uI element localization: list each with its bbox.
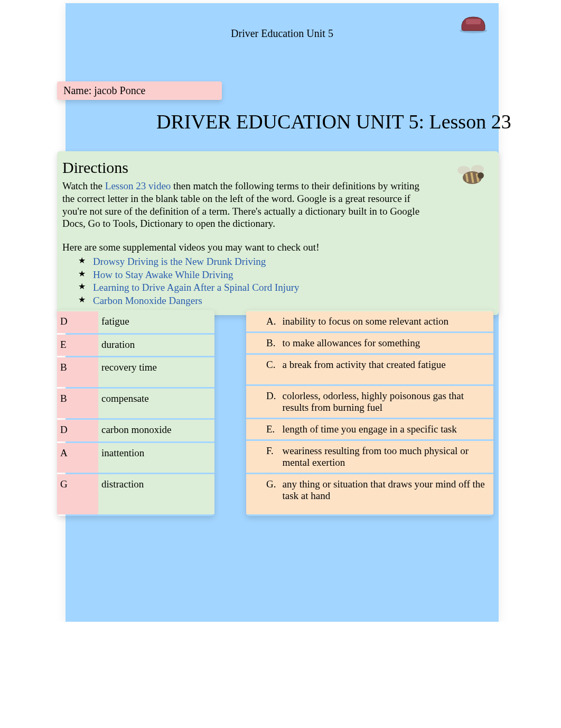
table-row: D. colorless, odorless, highly poisonous… [246,386,493,418]
term-cell: duration [98,335,214,356]
def-text: to make allowances for something [279,333,493,353]
table-row: E. length of time you engage in a specif… [246,419,493,439]
supplemental-intro: Here are some supplemental videos you ma… [62,242,493,253]
table-row: G. any thing or situation that draws you… [246,474,493,514]
svg-rect-1 [466,19,481,24]
def-pad [246,311,263,331]
svg-point-8 [478,172,484,179]
bee-icon [453,160,492,188]
supplemental-links: Drowsy Driving is the New Drunk Driving … [62,255,493,308]
def-letter: B. [263,333,279,353]
table-row: D carbon monoxide [57,420,214,441]
document-background: Driver Education Unit 5 Name: jacob Ponc… [66,3,499,622]
answer-cell[interactable]: E [57,335,98,356]
table-row: B compensate [57,389,214,418]
definitions-table: A. inability to focus on some relevant a… [246,310,493,516]
lesson-title: DRIVER EDUCATION UNIT 5: Lesson 23 [156,110,511,133]
def-letter: E. [263,419,279,439]
table-row: B. to make allowances for something [246,333,493,353]
car-icon [456,10,490,35]
term-cell: carbon monoxide [98,420,214,441]
lesson-video-link[interactable]: Lesson 23 video [105,180,171,191]
supp-link-1[interactable]: How to Stay Awake While Driving [93,269,233,280]
terms-table: D fatigue E duration B recovery time B c… [57,310,214,516]
def-text: colorless, odorless, highly poisonous ga… [279,386,493,418]
table-row: B recovery time [57,357,214,387]
table-row: C. a break from activity that created fa… [246,355,493,384]
table-row: E duration [57,335,214,356]
def-letter: G. [263,474,279,514]
table-row: A. inability to focus on some relevant a… [246,311,493,331]
def-letter: A. [263,311,279,331]
def-text: a break from activity that created fatig… [279,355,493,384]
list-item: How to Stay Awake While Driving [78,269,493,282]
def-letter: F. [263,441,279,473]
table-row: G distraction [57,474,214,514]
supp-link-3[interactable]: Carbon Monoxide Dangers [93,295,202,306]
matching-tables: D fatigue E duration B recovery time B c… [57,310,499,516]
def-text: inability to focus on some relevant acti… [279,311,493,331]
def-letter: D. [263,386,279,418]
answer-cell[interactable]: D [57,311,98,333]
def-text: any thing or situation that draws your m… [279,474,493,514]
name-field: Name: jacob Ponce [57,81,222,100]
def-letter: C. [263,355,279,384]
term-cell: fatigue [98,311,214,333]
list-item: Drowsy Driving is the New Drunk Driving [78,255,493,269]
table-row: F. weariness resulting from too much phy… [246,441,493,473]
directions-pre: Watch the [62,180,105,191]
answer-cell[interactable]: B [57,357,98,387]
page-header-title: Driver Education Unit 5 [66,3,499,40]
answer-cell[interactable]: B [57,389,98,418]
supp-link-0[interactable]: Drowsy Driving is the New Drunk Driving [93,256,266,267]
directions-panel: Directions Watch the Lesson 23 video the… [57,151,499,315]
directions-body: Watch the Lesson 23 video then match the… [62,180,422,230]
table-row: D fatigue [57,311,214,333]
def-text: weariness resulting from too much physic… [279,441,493,473]
term-cell: recovery time [98,357,214,387]
term-cell: compensate [98,389,214,418]
list-item: Learning to Drive Again After a Spinal C… [78,281,493,294]
table-row: A inattention [57,443,214,473]
term-cell: distraction [98,474,214,514]
def-text: length of time you engage in a specific … [279,419,493,439]
list-item: Carbon Monoxide Dangers [78,294,493,308]
directions-heading: Directions [62,159,493,177]
answer-cell[interactable]: A [57,443,98,473]
answer-cell[interactable]: G [57,474,98,514]
supp-link-2[interactable]: Learning to Drive Again After a Spinal C… [93,282,299,293]
answer-cell[interactable]: D [57,420,98,441]
term-cell: inattention [98,443,214,473]
page: Driver Education Unit 5 Name: jacob Ponc… [0,3,561,622]
